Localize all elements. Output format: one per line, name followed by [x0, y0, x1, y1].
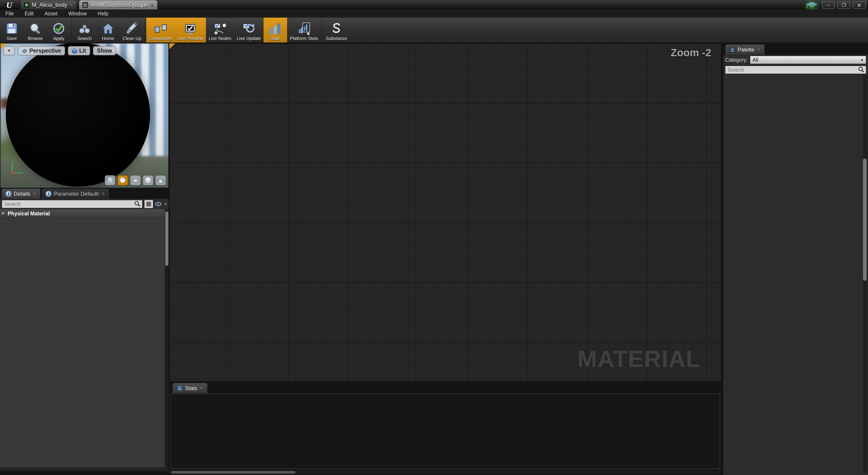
save-icon	[5, 22, 19, 35]
search-icon	[78, 22, 92, 35]
minimize-button[interactable]: −	[822, 1, 835, 9]
stats-icon	[177, 385, 183, 391]
details-scrollbar-thumb[interactable]	[165, 212, 168, 266]
details-search-input[interactable]	[2, 200, 142, 208]
viewport-corner-flag	[0, 43, 6, 49]
details-tabstrip: iDetails✕iParameter Defaults✕	[0, 188, 169, 199]
menu-file[interactable]: File	[0, 9, 19, 18]
tutorial-cap-icon[interactable]	[804, 1, 819, 10]
axis-gizmo	[8, 156, 29, 178]
section-title: Physical Material	[8, 211, 50, 217]
toolbar-home-button[interactable]: Home	[96, 18, 120, 42]
info-icon: i	[6, 191, 11, 197]
close-icon[interactable]: ✕	[150, 2, 154, 8]
menu-asset[interactable]: Asset	[39, 9, 63, 18]
palette-scrollbar-thumb[interactable]	[863, 159, 867, 281]
stats-hscrollbar-thumb[interactable]	[171, 471, 296, 474]
close-icon[interactable]: ✕	[33, 191, 36, 196]
viewport-perspective-button[interactable]: Perspective	[18, 46, 65, 55]
titlebar: U M_Alicia_body✕VrmMToonBaseOpaque✕ −❐×	[0, 0, 868, 9]
stats-hscrollbar	[170, 471, 720, 474]
palette-tabstrip: Palette ✕	[723, 43, 868, 55]
restore-button[interactable]: ❐	[837, 1, 850, 9]
substance-icon	[330, 22, 344, 35]
details-panel: iDetails✕iParameter Defaults✕ ▼ Physical…	[0, 188, 169, 471]
tab-parameter-defaults[interactable]: iParameter Defaults✕	[41, 188, 109, 199]
toolbar-substance-button[interactable]: Substance	[323, 18, 350, 42]
viewport-lit-button[interactable]: Lit	[68, 46, 90, 55]
close-icon[interactable]: ✕	[101, 191, 105, 196]
close-button[interactable]: ×	[852, 1, 866, 9]
tab-details[interactable]: iDetails✕	[1, 188, 40, 199]
close-icon[interactable]: ✕	[757, 47, 761, 52]
toolbar-button-label: Search	[77, 36, 92, 41]
tab-stats[interactable]: Stats ✕	[173, 383, 208, 393]
toolbar-button-label: Save	[6, 36, 17, 41]
preview-mesh-cylinder-button[interactable]	[105, 175, 116, 186]
preview-mesh-cube-button[interactable]	[143, 175, 153, 186]
material-editor-window: U M_Alicia_body✕VrmMToonBaseOpaque✕ −❐× …	[0, 0, 868, 475]
menu-bar: FileEditAssetWindowHelp	[0, 9, 868, 18]
search-icon	[858, 66, 864, 73]
menu-edit[interactable]: Edit	[19, 9, 39, 18]
toolbar-browse-button[interactable]: Browse	[24, 18, 47, 42]
toolbar-search-button[interactable]: Search	[73, 18, 96, 42]
platformstats-icon	[297, 22, 311, 35]
viewport-show-button[interactable]: Show	[93, 46, 116, 55]
toolbar-clean-up-button[interactable]: Clean Up	[120, 18, 144, 42]
tab-label: VrmMToonBaseOpaque	[90, 2, 148, 8]
stats-tabstrip: Stats ✕	[169, 382, 721, 393]
property-matrix-button[interactable]	[144, 200, 153, 208]
preview-viewport[interactable]: ▼PerspectiveLitShow	[0, 43, 169, 188]
tab-palette[interactable]: Palette ✕	[725, 44, 765, 55]
unreal-logo-icon: U	[1, 0, 17, 9]
details-body: Physical Material	[0, 209, 165, 467]
home-icon	[101, 22, 115, 35]
palette-searchbox[interactable]	[725, 66, 866, 74]
toolbar-save-button[interactable]: Save	[0, 18, 24, 42]
section-header-physical-material[interactable]: Physical Material	[0, 209, 165, 218]
toolbar: SaveBrowseApplySearchHomeClean UpConnect…	[0, 18, 868, 43]
toolbar-button-label: Home	[102, 36, 114, 41]
preview-mesh-plane-button[interactable]	[130, 175, 141, 186]
viewport-toolbar: ▼PerspectiveLitShow	[3, 46, 116, 55]
menu-help[interactable]: Help	[92, 9, 114, 18]
view-options-button[interactable]: ▼	[155, 201, 167, 207]
close-icon[interactable]: ✕	[199, 385, 203, 391]
apply-icon	[52, 22, 66, 35]
toolbar-apply-button[interactable]: Apply	[47, 18, 70, 42]
details-search-row: ▼	[0, 199, 169, 209]
graph-watermark: MATERIAL	[577, 346, 701, 372]
toolbar-button-label: Clean Up	[123, 36, 141, 41]
toolbar-separator	[322, 19, 322, 41]
toolbar-live-update-button[interactable]: Live Update	[234, 18, 264, 42]
toolbar-button-label: Substance	[326, 36, 347, 41]
graph-corner-flag	[169, 43, 175, 49]
toolbar-button-label: Live Nodes	[209, 36, 231, 41]
liveupdate-icon	[242, 22, 256, 35]
close-icon[interactable]: ✕	[69, 2, 73, 8]
stats-panel: Stats ✕	[169, 382, 721, 475]
toolbar-live-preview-button[interactable]: Live Preview	[175, 18, 206, 42]
menu-window[interactable]: Window	[63, 9, 92, 18]
preview-mesh-sphere-button[interactable]	[117, 175, 128, 186]
toolbar-live-nodes-button[interactable]: Live Nodes	[206, 18, 234, 42]
tab-label: Parameter Defaults	[54, 191, 99, 197]
connectors-icon	[154, 22, 168, 35]
palette-search-input[interactable]	[725, 66, 866, 74]
category-dropdown[interactable]: All▼	[750, 56, 866, 64]
document-tab-VrmMToonBaseOpaque[interactable]: VrmMToonBaseOpaque✕	[79, 0, 158, 9]
material-graph-canvas[interactable]: Zoom -2 MATERIAL	[169, 43, 721, 382]
cleanup-icon	[125, 22, 139, 35]
preview-mesh-teapot-button[interactable]	[155, 175, 166, 186]
palette-category-row: Category: All▼	[723, 55, 868, 65]
graph-zoom-label: Zoom -2	[671, 46, 711, 59]
toolbar-platform-stats-button[interactable]: Platform Stats	[287, 18, 321, 42]
section-expand-icon	[2, 213, 5, 215]
details-searchbox[interactable]	[2, 200, 143, 208]
toolbar-connectors-button[interactable]: Connectors	[146, 18, 175, 42]
document-tab-M_Alicia_body[interactable]: M_Alicia_body✕	[20, 0, 76, 9]
palette-panel: Palette ✕ Category: All▼	[723, 43, 868, 475]
toolbar-stats-button[interactable]: Stats	[264, 18, 287, 42]
toolbar-separator	[71, 19, 72, 41]
